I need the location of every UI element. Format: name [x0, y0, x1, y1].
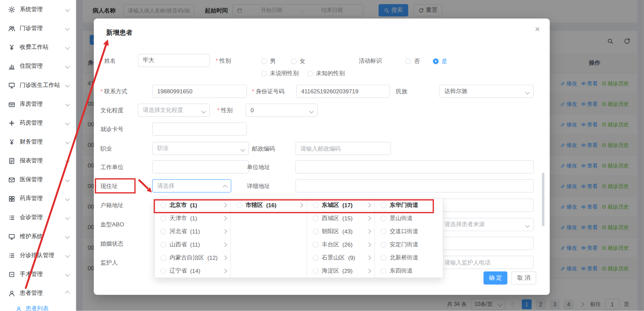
radio-icon[interactable]	[381, 242, 386, 248]
sidebar-item[interactable]: 住院管理	[0, 57, 76, 75]
radio-icon[interactable]	[313, 255, 319, 261]
radio-icon[interactable]	[160, 268, 166, 274]
cascader-option-count: (43)	[342, 228, 352, 235]
gender2-select[interactable]: 0	[246, 104, 318, 117]
radio-icon[interactable]	[160, 242, 166, 248]
cascader-option[interactable]: 交道口街道	[375, 225, 443, 238]
detail-address-input[interactable]	[295, 179, 534, 192]
radio-active-no[interactable]: 否	[405, 58, 420, 65]
cascader-option[interactable]: 天津市 (1)	[155, 212, 231, 225]
cascader-option-label: 丰台区	[322, 241, 339, 248]
postal-input[interactable]	[295, 142, 391, 155]
work-unit-input[interactable]	[152, 160, 249, 174]
guardian-phone-input[interactable]	[439, 256, 533, 269]
id-number-label: 身份证号码	[252, 87, 285, 95]
radio-icon[interactable]	[381, 202, 386, 208]
radio-icon[interactable]	[160, 229, 166, 235]
cascader-option[interactable]: 东华门街道	[375, 198, 443, 212]
current-address-cascader[interactable]: 请选择	[152, 179, 231, 192]
cascader-option-label: 北新桥街道	[390, 254, 418, 261]
cascader-option[interactable]: 东城区 (17)	[307, 198, 374, 212]
radio-gender-unspecified[interactable]: 未说明性别	[261, 70, 299, 77]
cascader-option-label: 交道口街道	[390, 228, 418, 235]
ethnicity-select[interactable]: 达斡尔族	[439, 85, 533, 98]
sidebar-item[interactable]: 医保管理	[0, 170, 76, 189]
sidebar-item[interactable]: 系统管理	[0, 0, 76, 19]
name-input[interactable]	[138, 54, 210, 67]
sidebar-item-icon	[8, 252, 15, 259]
sidebar-item[interactable]: 手术管理	[0, 265, 76, 284]
radio-icon[interactable]	[381, 255, 386, 261]
sidebar-item[interactable]: 门诊管理	[0, 19, 76, 38]
sidebar-item[interactable]: 库房管理	[0, 95, 76, 114]
cascader-option-count: (26)	[342, 241, 352, 248]
sidebar-item[interactable]: 药库管理	[0, 189, 76, 208]
close-icon[interactable]	[532, 24, 542, 34]
sidebar-item[interactable]: 门诊医生工作站	[0, 76, 76, 95]
radio-icon[interactable]	[160, 215, 166, 221]
radio-active-yes[interactable]: 是	[433, 58, 447, 65]
cascader-option[interactable]: 西城区 (15)	[307, 212, 374, 225]
cascader-option[interactable]: 河北省 (11)	[155, 225, 231, 238]
app-root: 系统管理 门诊管理 收费工作站 住院管理	[0, 0, 644, 311]
sidebar-item[interactable]: 维护系统	[0, 227, 76, 246]
cascader-option[interactable]: 市辖区 (16)	[231, 198, 307, 212]
detail-address-label: 详细地址	[247, 182, 270, 190]
sidebar-item-patient-list[interactable]: 患者列表	[0, 303, 76, 311]
radio-icon[interactable]	[313, 202, 319, 208]
sidebar-item[interactable]: 财务管理	[0, 132, 76, 151]
modal-scrollbar[interactable]	[542, 173, 544, 226]
chevron-down-icon	[65, 234, 70, 239]
occupation-select[interactable]: 职业	[152, 142, 249, 155]
contact-input[interactable]	[152, 85, 247, 98]
chevron-down-icon	[65, 45, 70, 50]
cascader-option[interactable]: 安定门街道	[375, 238, 443, 251]
card-no-input[interactable]	[152, 123, 247, 136]
patient-source-select[interactable]: 请选择患者来源	[439, 218, 533, 231]
radio-female[interactable]: 女	[291, 58, 305, 65]
cascader-option[interactable]: 内蒙古自治区 (12)	[155, 251, 231, 265]
radio-icon[interactable]	[237, 202, 242, 208]
radio-icon[interactable]	[313, 268, 319, 274]
cascader-option[interactable]: 辽宁省 (14)	[155, 265, 231, 278]
cascader-option-label: 景山街道	[390, 215, 413, 222]
cascader-option[interactable]: 北新桥街道	[375, 251, 443, 265]
sidebar-item[interactable]: 分诊排队管理	[0, 246, 76, 265]
sidebar-item-label: 住院管理	[20, 63, 61, 70]
education-select[interactable]: 请选择文化程度	[138, 104, 210, 117]
radio-icon[interactable]	[381, 268, 386, 274]
radio-icon[interactable]	[313, 215, 319, 221]
radio-icon[interactable]	[381, 215, 386, 221]
cascader-option[interactable]: 丰台区 (26)	[307, 238, 374, 251]
ethnicity-label: 民族	[396, 87, 407, 95]
radio-icon[interactable]	[313, 242, 319, 248]
radio-gender-unknown[interactable]: 未知的性别	[308, 70, 345, 77]
id-number-input[interactable]	[296, 85, 390, 98]
chevron-right-icon	[367, 269, 371, 273]
radio-icon[interactable]	[381, 229, 386, 235]
radio-male[interactable]: 男	[261, 58, 276, 65]
cascader-option[interactable]: 朝阳区 (43)	[307, 225, 374, 238]
cascader-option[interactable]: 景山街道	[375, 212, 443, 225]
cascader-option[interactable]: 山西省 (11)	[155, 238, 231, 251]
sidebar-item-patient-management[interactable]: 患者管理	[0, 284, 76, 303]
cancel-button[interactable]: 取 消	[511, 271, 536, 284]
unit-address-input[interactable]	[295, 160, 534, 174]
cascader-option-count: (12)	[207, 254, 217, 261]
marital-right-input[interactable]	[439, 237, 533, 250]
confirm-label: 确 定	[489, 274, 502, 282]
sidebar-item[interactable]: 会诊管理	[0, 208, 76, 227]
cascader-option[interactable]: 东四街道	[375, 265, 443, 278]
cascader-option[interactable]: 北京市 (1)	[155, 198, 231, 212]
cascader-option[interactable]: 石景山区 (9)	[307, 251, 374, 265]
sidebar-item[interactable]: 收费工作站	[0, 38, 76, 57]
confirm-button[interactable]: 确 定	[484, 271, 507, 284]
sidebar-item[interactable]: 药房管理	[0, 114, 76, 132]
radio-icon[interactable]	[160, 202, 166, 208]
cascader-option[interactable]: 海淀区 (29)	[307, 265, 374, 278]
chevron-right-icon	[222, 203, 227, 208]
radio-icon[interactable]	[160, 255, 166, 261]
cascader-option-label: 东华门街道	[390, 201, 418, 209]
radio-icon[interactable]	[313, 229, 319, 235]
sidebar-item[interactable]: 报表管理	[0, 151, 76, 170]
